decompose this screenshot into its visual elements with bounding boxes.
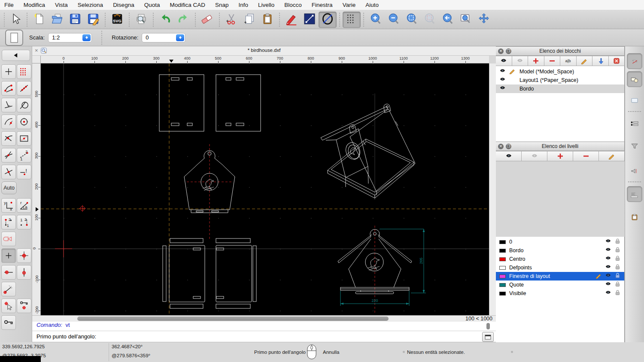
eraser-button[interactable] — [198, 12, 216, 28]
snap-perpendicular-button[interactable] — [1, 98, 16, 112]
layers-panel-close-icon[interactable]: ✕ — [498, 144, 504, 149]
snap-polar-button[interactable]: ra — [17, 198, 31, 213]
restrict-none-button[interactable] — [1, 248, 16, 263]
vertical-scrollbar[interactable] — [489, 63, 496, 315]
save-as-file-button[interactable] — [84, 12, 102, 28]
grid-toggle-button[interactable] — [343, 12, 361, 28]
rotation-stepper[interactable] — [176, 34, 184, 41]
snap-relative-1-button[interactable]: 12 — [1, 215, 16, 229]
block-visibility-eye-icon[interactable] — [499, 68, 506, 75]
menu-vista[interactable]: Vista — [55, 2, 68, 8]
layer-color-swatch[interactable] — [499, 283, 506, 287]
snap-relative-2-button[interactable]: 12 — [17, 215, 31, 229]
blocks-panel-detach-icon[interactable]: ❐ — [506, 48, 511, 54]
pan-button[interactable] — [475, 12, 493, 28]
layer-lock-icon[interactable] — [614, 247, 621, 254]
snap-on-entity-button[interactable] — [17, 81, 31, 96]
layers-edit-button[interactable] — [599, 151, 625, 161]
block-visibility-eye-icon[interactable] — [499, 76, 506, 84]
menu-finestra[interactable]: Finestra — [312, 2, 333, 8]
restrict-horizontal-button[interactable] — [1, 265, 16, 280]
undo-button[interactable] — [156, 12, 174, 28]
blocks-eye-button[interactable] — [496, 56, 512, 66]
layer-row[interactable]: Visibile — [496, 289, 624, 298]
blocks-panel-close-icon[interactable]: ✕ — [498, 48, 504, 54]
snap-xy-button[interactable]: yx — [1, 198, 16, 213]
layer-color-swatch[interactable] — [499, 249, 506, 253]
command-line-panel-toggle[interactable] — [627, 186, 642, 202]
line-tool-button[interactable] — [301, 12, 319, 28]
block-row[interactable]: Layout1 (*Paper_Space) — [496, 76, 624, 84]
layer-color-swatch[interactable] — [499, 240, 506, 244]
block-list-panel-toggle[interactable] — [627, 53, 642, 69]
layer-row[interactable]: Defpoints — [496, 263, 624, 272]
zoom-selection-button[interactable] — [421, 12, 439, 28]
snap-intersection-auto-button[interactable] — [1, 131, 16, 146]
layer-color-swatch[interactable] — [499, 275, 506, 278]
layer-visibility-eye-icon[interactable] — [605, 247, 611, 254]
menu-disegna[interactable]: Disegna — [113, 2, 134, 8]
block-visibility-eye-icon[interactable] — [499, 85, 506, 93]
snap-free-button[interactable] — [1, 64, 16, 79]
layer-lock-icon[interactable] — [614, 255, 621, 263]
paste-button[interactable] — [258, 12, 276, 28]
new-file-button[interactable] — [30, 12, 48, 28]
viewport-panel-toggle[interactable] — [627, 92, 642, 108]
layer-row[interactable]: Centro — [496, 255, 624, 263]
snap-auto-button[interactable]: Auto — [1, 181, 17, 194]
block-row[interactable]: Model (*Model_Space) — [496, 67, 624, 76]
scale-combo[interactable]: 1:2 — [48, 33, 92, 42]
layer-lock-icon[interactable] — [614, 290, 621, 297]
blocks-remove-button[interactable] — [544, 56, 561, 66]
horizontal-scrollbar-handle[interactable] — [77, 317, 389, 321]
blocks-add-button[interactable] — [528, 56, 544, 66]
snap-manual-button[interactable]: ! — [17, 165, 31, 179]
layer-visibility-eye-icon[interactable] — [605, 272, 611, 280]
pen-edit-button[interactable] — [283, 12, 301, 28]
selection-filter-panel-toggle[interactable] — [627, 137, 642, 153]
lock-relative-zero-button[interactable] — [17, 299, 31, 313]
restrict-angle-button[interactable] — [1, 282, 16, 296]
snap-distance-button[interactable]: 12 — [17, 148, 31, 163]
layer-row[interactable]: 0 — [496, 238, 624, 246]
ellipse-tool-button[interactable] — [319, 12, 337, 28]
library-panel-toggle[interactable] — [627, 162, 642, 178]
snap-center-button[interactable] — [17, 115, 31, 129]
menu-seleziona[interactable]: Seleziona — [78, 2, 103, 8]
cut-button[interactable] — [222, 12, 240, 28]
command-history-scrollbar[interactable] — [486, 323, 490, 329]
blocks-edit-button[interactable] — [577, 56, 593, 66]
snap-grid-button[interactable] — [17, 64, 31, 79]
menu-varie[interactable]: Varie — [343, 2, 356, 8]
layer-color-swatch[interactable] — [499, 266, 506, 270]
layer-color-swatch[interactable] — [499, 292, 506, 296]
layers-panel-detach-icon[interactable]: ❐ — [506, 144, 511, 149]
layer-row[interactable]: Finestre di layout — [496, 272, 624, 281]
drawing-canvas[interactable]: 205 220 — [41, 63, 489, 315]
rotation-combo[interactable]: 0 — [142, 33, 185, 42]
redo-button[interactable] — [174, 12, 192, 28]
zoom-previous-button[interactable] — [439, 12, 457, 28]
blocks-eye-off-button[interactable] — [512, 56, 529, 66]
command-options-button[interactable] — [482, 332, 494, 342]
restrict-orthogonal-button[interactable] — [17, 248, 31, 263]
print-preview-button[interactable] — [132, 12, 150, 28]
restrict-vertical-button[interactable] — [17, 265, 31, 280]
layer-visibility-eye-icon[interactable] — [605, 238, 611, 246]
menu-modifica[interactable]: Modifica — [24, 2, 45, 8]
layers-remove-button[interactable] — [573, 151, 599, 161]
menu-file[interactable]: File — [4, 2, 14, 8]
zoom-window-button[interactable] — [457, 12, 475, 28]
layer-row[interactable]: Bordo — [496, 246, 624, 255]
layers-eye-button[interactable] — [496, 151, 522, 161]
layer-lock-icon[interactable] — [614, 272, 621, 280]
menu-modifica-cad[interactable]: Modifica CAD — [170, 2, 205, 8]
layer-row[interactable]: Quote — [496, 281, 624, 289]
snap-back-button[interactable] — [2, 50, 30, 61]
zoom-out-button[interactable] — [385, 12, 403, 28]
svg-export-button[interactable]: SVG — [108, 12, 126, 28]
snap-middle-button[interactable] — [1, 115, 16, 129]
layer-visibility-eye-icon[interactable] — [605, 255, 611, 263]
open-file-button[interactable] — [48, 12, 66, 28]
menu-info[interactable]: Info — [239, 2, 249, 8]
